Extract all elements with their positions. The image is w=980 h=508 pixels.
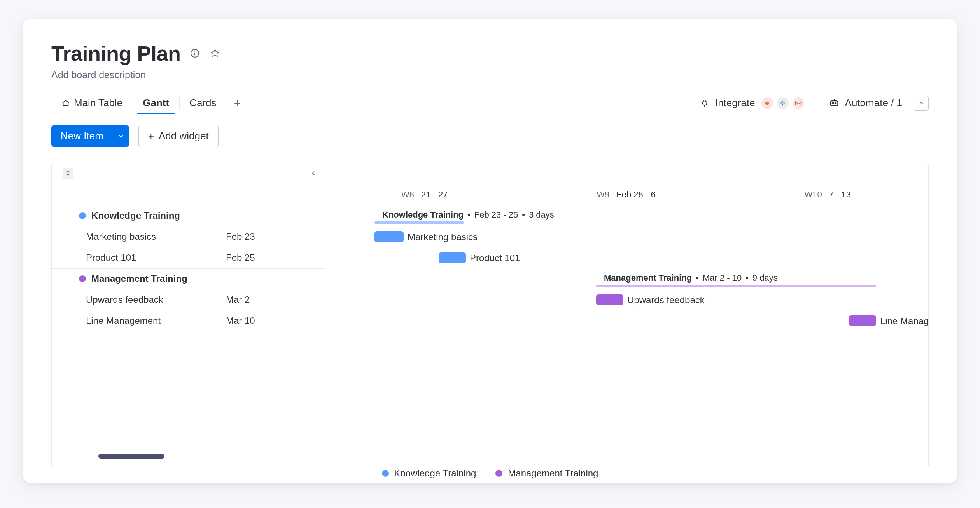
task-bar-label: Upwards feedback bbox=[627, 295, 705, 306]
item-name: Marketing basics bbox=[86, 231, 226, 242]
legend-dot bbox=[495, 470, 502, 477]
item-name: Line Management bbox=[86, 315, 226, 326]
integration-badge[interactable] bbox=[792, 97, 805, 110]
integration-badges: ☻ bbox=[761, 97, 805, 110]
week-cell[interactable]: W10 7 - 13 bbox=[727, 184, 928, 205]
legend-dot bbox=[382, 470, 389, 477]
gantt-body: Knowledge Training Marketing basics Feb … bbox=[52, 205, 928, 466]
item-date: Feb 23 bbox=[226, 231, 255, 242]
item-row[interactable]: Line Management Mar 10 bbox=[52, 310, 324, 331]
group-bar-name: Management Training bbox=[604, 273, 692, 283]
week-cell[interactable]: W9 Feb 28 - 6 bbox=[525, 184, 727, 205]
svg-rect-5 bbox=[782, 100, 783, 102]
new-item-dropdown[interactable] bbox=[113, 125, 129, 147]
group-bar-label: Knowledge Training • Feb 23 - 25 • 3 day… bbox=[382, 210, 554, 220]
group-bar-range: Feb 23 - 25 bbox=[474, 210, 518, 220]
svg-rect-4 bbox=[783, 102, 785, 104]
integrate-button[interactable]: Integrate ☻ bbox=[700, 97, 805, 110]
group-bar-duration: 9 days bbox=[752, 273, 778, 283]
group-bar[interactable] bbox=[596, 285, 876, 287]
gantt-timeline-head bbox=[324, 162, 928, 184]
week-range: Feb 28 - 6 bbox=[616, 190, 655, 200]
legend-item[interactable]: Management Training bbox=[495, 468, 598, 479]
task-bar[interactable] bbox=[849, 315, 876, 326]
svg-rect-6 bbox=[782, 103, 783, 105]
integration-badge[interactable] bbox=[776, 97, 789, 110]
svg-point-9 bbox=[835, 102, 836, 104]
group-color-dot bbox=[79, 212, 86, 219]
automate-button[interactable]: Automate / 1 bbox=[829, 97, 902, 109]
item-date: Mar 10 bbox=[226, 315, 255, 326]
separator bbox=[817, 98, 817, 109]
legend-label: Knowledge Training bbox=[394, 468, 476, 479]
svg-point-8 bbox=[832, 102, 833, 104]
item-row[interactable]: Product 101 Feb 25 bbox=[52, 247, 324, 268]
group-name: Knowledge Training bbox=[91, 210, 180, 221]
item-name: Product 101 bbox=[86, 252, 226, 263]
week-num: W10 bbox=[805, 190, 822, 200]
gantt-timeline-body[interactable]: Knowledge Training • Feb 23 - 25 • 3 day… bbox=[324, 205, 928, 466]
item-row[interactable]: Upwards feedback Mar 2 bbox=[52, 289, 324, 310]
legend-item[interactable]: Knowledge Training bbox=[382, 468, 476, 479]
item-name: Upwards feedback bbox=[86, 294, 226, 305]
task-bar[interactable] bbox=[596, 294, 623, 305]
group-name: Management Training bbox=[91, 273, 187, 284]
new-item-group: New Item bbox=[51, 125, 129, 147]
home-icon bbox=[61, 99, 70, 107]
week-num: W9 bbox=[597, 190, 609, 200]
group-bar-name: Knowledge Training bbox=[382, 210, 464, 220]
task-bar[interactable] bbox=[439, 252, 466, 263]
automate-label: Automate / 1 bbox=[845, 97, 902, 109]
week-cell[interactable]: W8 21 - 27 bbox=[324, 184, 525, 205]
gantt-top-row bbox=[52, 162, 928, 184]
plus-icon: + bbox=[148, 130, 154, 142]
week-num: W8 bbox=[401, 190, 414, 200]
view-tabs: Main Table Gantt Cards + Integrate ☻ bbox=[51, 92, 929, 114]
integrate-label: Integrate bbox=[715, 97, 755, 109]
week-range: 21 - 27 bbox=[421, 190, 448, 200]
gantt-left-spacer bbox=[52, 184, 324, 205]
svg-rect-7 bbox=[830, 101, 838, 106]
gantt-widget: W8 21 - 27 W9 Feb 28 - 6 W10 7 - 13 Know… bbox=[51, 162, 929, 466]
add-view-button[interactable]: + bbox=[229, 95, 246, 112]
collapse-panel-button[interactable] bbox=[308, 168, 319, 179]
chevron-left-icon bbox=[310, 170, 317, 177]
gantt-left-head bbox=[52, 162, 324, 184]
group-bar-duration: 3 days bbox=[529, 210, 554, 220]
tab-cards[interactable]: Cards bbox=[179, 92, 226, 114]
legend-label: Management Training bbox=[508, 468, 598, 479]
item-date: Feb 25 bbox=[226, 252, 255, 263]
plug-icon bbox=[700, 98, 710, 108]
item-row[interactable]: Marketing basics Feb 23 bbox=[52, 226, 324, 247]
star-icon[interactable] bbox=[209, 47, 221, 60]
task-bar[interactable] bbox=[374, 231, 404, 242]
board-description[interactable]: Add board description bbox=[51, 69, 929, 81]
group-row-management[interactable]: Management Training bbox=[52, 268, 324, 289]
chevron-down-icon bbox=[117, 133, 124, 140]
group-color-dot bbox=[79, 275, 86, 282]
tabs-right: Integrate ☻ Automate / 1 bbox=[700, 96, 929, 111]
integration-badge[interactable]: ☻ bbox=[761, 97, 774, 110]
gantt-item-list: Knowledge Training Marketing basics Feb … bbox=[52, 205, 324, 466]
mini-scrollbar[interactable] bbox=[98, 454, 164, 459]
group-bar[interactable] bbox=[374, 221, 464, 224]
new-item-button[interactable]: New Item bbox=[51, 125, 113, 147]
board-card: Training Plan Add board description Main… bbox=[23, 19, 957, 483]
expand-collapse-groups[interactable] bbox=[63, 168, 74, 179]
item-date: Mar 2 bbox=[226, 294, 250, 305]
tab-label: Cards bbox=[189, 97, 216, 109]
week-range: 7 - 13 bbox=[829, 190, 851, 200]
actions-row: New Item + Add widget bbox=[51, 125, 929, 147]
task-bar-label: Marketing basics bbox=[408, 232, 478, 243]
collapse-header-button[interactable] bbox=[914, 96, 929, 111]
add-widget-button[interactable]: + Add widget bbox=[138, 125, 219, 147]
board-title: Training Plan bbox=[51, 41, 181, 65]
tab-label: Gantt bbox=[143, 97, 169, 109]
week-cells: W8 21 - 27 W9 Feb 28 - 6 W10 7 - 13 bbox=[324, 184, 928, 205]
group-row-knowledge[interactable]: Knowledge Training bbox=[52, 205, 324, 226]
tab-gantt[interactable]: Gantt bbox=[133, 92, 179, 114]
group-bar-label: Management Training • Mar 2 - 10 • 9 day… bbox=[604, 273, 778, 283]
tab-main-table[interactable]: Main Table bbox=[51, 92, 133, 114]
gantt-week-row: W8 21 - 27 W9 Feb 28 - 6 W10 7 - 13 bbox=[52, 184, 928, 205]
info-icon[interactable] bbox=[189, 47, 201, 60]
